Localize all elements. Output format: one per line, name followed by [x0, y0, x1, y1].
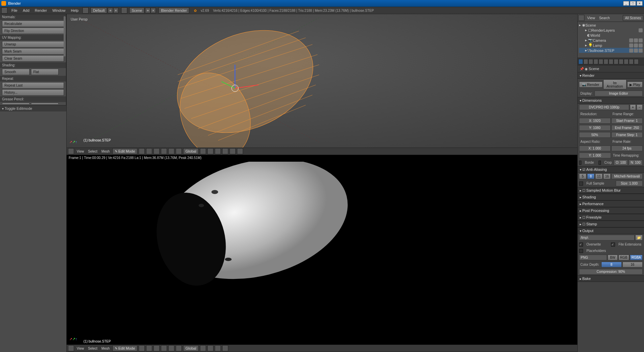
performance-panel-head[interactable]: ▸ Performance — [578, 200, 644, 207]
aa-16-button[interactable]: 16 — [603, 173, 611, 179]
post-panel-head[interactable]: ▸ Post Processing — [578, 207, 644, 214]
texture-context-icon[interactable] — [624, 59, 629, 64]
outliner-search-input[interactable]: Search — [598, 15, 622, 21]
menu-window[interactable]: Window — [49, 8, 68, 12]
aa-size-field[interactable]: Size: 1.000 — [616, 181, 643, 186]
stamp-panel-head[interactable]: ▸ ☐ Stamp — [578, 221, 644, 227]
mode-dropdown[interactable]: ✎ Edit Mode — [112, 345, 137, 351]
physics-context-icon[interactable] — [634, 59, 639, 64]
output-panel-head[interactable]: ▾ Output — [578, 227, 644, 234]
cursor-icon[interactable] — [634, 43, 638, 47]
display-dropdown[interactable]: Image Editor — [595, 91, 643, 96]
flat-button[interactable]: Flat — [31, 69, 59, 75]
smb-panel-head[interactable]: ▸ ☐ Sampled Motion Blur — [578, 187, 644, 194]
sel-face-icon[interactable] — [168, 148, 174, 154]
flip-direction-button[interactable]: Flip Direction — [2, 28, 64, 34]
frame-step-field[interactable]: Frame Step: 1 — [611, 132, 643, 138]
render-border-icon[interactable] — [222, 148, 228, 154]
border-checkbox[interactable] — [579, 161, 581, 165]
mesh-menu[interactable]: Mesh — [100, 150, 111, 153]
outliner-lamp-row[interactable]: ▸ 💡 Lamp — [579, 43, 643, 48]
history-button[interactable]: History... — [2, 89, 64, 96]
editor-type-icon[interactable] — [68, 345, 74, 351]
snap-icon[interactable] — [207, 148, 213, 154]
sel-face-icon[interactable] — [168, 345, 174, 351]
old-map-field[interactable]: O: 100 — [614, 160, 628, 165]
render-icon[interactable] — [639, 38, 643, 42]
image-editor[interactable]: Frame:1 | Time:00:00.29 | Ve:4216 Fa:218… — [67, 155, 577, 345]
sel-edge-icon[interactable] — [161, 345, 167, 351]
add-layout-button[interactable]: + — [108, 8, 113, 13]
preset-remove-button[interactable]: − — [637, 104, 643, 110]
delete-layout-button[interactable]: × — [113, 8, 118, 13]
outliner-object-row[interactable]: ▸ ▽ bullnose.STEP — [579, 48, 643, 53]
shading-solid-icon[interactable] — [139, 148, 145, 154]
cursor-icon[interactable] — [634, 38, 638, 42]
aa-filter-dropdown[interactable]: Mitchell-Netravali — [611, 173, 643, 179]
data-context-icon[interactable] — [614, 59, 618, 64]
aa-panel-head[interactable]: ▾ ☑ Anti-Aliasing — [578, 166, 644, 173]
snap-icon[interactable] — [200, 345, 206, 351]
full-sample-checkbox[interactable] — [579, 182, 583, 186]
eye-icon[interactable] — [629, 43, 633, 47]
occlude-icon[interactable] — [176, 345, 182, 351]
res-x-field[interactable]: X: 1920 — [579, 118, 611, 124]
smooth-button[interactable]: Smooth — [2, 69, 30, 75]
shading-icon[interactable] — [139, 345, 145, 351]
particles-context-icon[interactable] — [629, 59, 634, 64]
render-context-icon[interactable] — [578, 59, 583, 64]
outliner-scene-row[interactable]: ▸ ◉ Scene — [579, 23, 643, 28]
outliner-view-menu[interactable]: View — [585, 15, 597, 21]
clear-seam-button[interactable]: Clear Seam — [2, 55, 64, 62]
overwrite-checkbox[interactable] — [579, 243, 583, 247]
bake-panel-head[interactable]: ▸ Bake — [578, 275, 644, 282]
select-menu[interactable]: Select — [87, 150, 99, 153]
play-button[interactable]: ▶ Play — [627, 82, 643, 88]
outliner-camera-row[interactable]: ▸ 📷 Camera — [579, 38, 643, 43]
constraints-context-icon[interactable] — [604, 59, 608, 64]
rgba-button[interactable]: RGBA — [630, 255, 643, 260]
aa-5-button[interactable]: 5 — [579, 173, 586, 179]
freestyle-panel-head[interactable]: ▸ ☐ Freestyle — [578, 214, 644, 221]
occlude-icon[interactable] — [176, 148, 182, 154]
orientation-dropdown[interactable]: Global — [183, 345, 199, 351]
modifiers-context-icon[interactable] — [609, 59, 613, 64]
screen-layout-dropdown[interactable]: Default — [91, 7, 107, 13]
res-y-field[interactable]: Y: 1080 — [579, 125, 611, 131]
copy-icon[interactable] — [230, 148, 236, 154]
restrict-icon[interactable] — [639, 28, 643, 32]
scene-context-icon[interactable] — [588, 59, 593, 64]
unwrap-button[interactable]: Unwrap — [2, 41, 64, 47]
3d-viewport[interactable]: User Persp — [67, 14, 577, 148]
maximize-button[interactable]: □ — [630, 1, 636, 6]
outliner-world-row[interactable]: ◐ World — [579, 33, 643, 38]
renderlayers-context-icon[interactable] — [583, 59, 588, 64]
aa-8-button[interactable]: 8 — [587, 173, 595, 179]
fps-dropdown[interactable]: 24 fps — [611, 146, 643, 151]
depth-16-button[interactable]: 16 — [622, 262, 643, 267]
sel-vert-icon[interactable] — [154, 345, 160, 351]
recalculate-button[interactable]: Recalculate — [2, 21, 64, 27]
proportional-icon[interactable] — [207, 345, 213, 351]
line-button[interactable]: Line — [31, 103, 59, 104]
compression-slider[interactable]: Compression: 90% — [579, 269, 643, 275]
menu-help[interactable]: Help — [68, 8, 81, 12]
view-menu[interactable]: View — [75, 347, 86, 350]
layer-buttons[interactable] — [200, 148, 206, 154]
object-context-icon[interactable] — [599, 59, 603, 64]
copy-icon[interactable] — [215, 345, 221, 351]
aspect-y-field[interactable]: Y: 1.000 — [579, 153, 611, 158]
toolshelf-scrollbar[interactable] — [64, 16, 66, 57]
sel-vert-icon[interactable] — [154, 148, 160, 154]
draw-button[interactable]: Draw — [2, 103, 30, 104]
orientation-dropdown[interactable]: Global — [183, 148, 199, 154]
dimensions-panel-head[interactable]: ▾ Dimensions — [578, 97, 644, 104]
render-panel-head[interactable]: ▾ Render — [578, 72, 644, 79]
outliner-renderlayers-row[interactable]: ▸ ▢ RenderLayers — [579, 28, 643, 33]
minimize-button[interactable]: _ — [623, 1, 629, 6]
output-path-field[interactable]: /tmp\ — [579, 235, 635, 241]
res-pct-field[interactable]: 50% — [579, 132, 611, 138]
fileext-checkbox[interactable] — [611, 243, 615, 247]
editor-type-icon[interactable] — [68, 148, 74, 154]
format-dropdown[interactable]: PNG — [579, 255, 607, 260]
